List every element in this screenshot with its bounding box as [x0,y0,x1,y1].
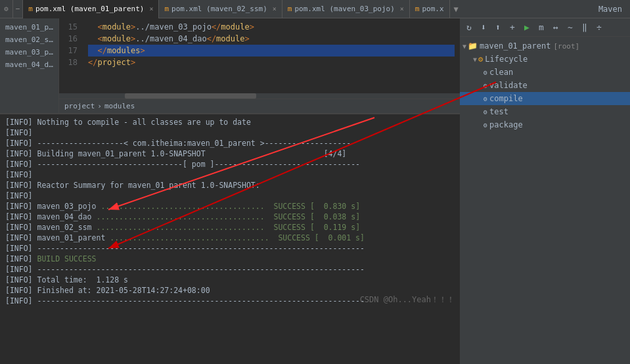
console-line-6: [INFO] [5,170,455,180]
console-line-12: [INFO] maven_01_parent .................… [5,233,455,243]
tab-pom-pojo[interactable]: m pom.xml (maven_03_pojo) × [282,0,410,18]
line-num-17: 17 [64,45,78,57]
console-line-2: [INFO] [5,127,455,138]
tree-clean-gear-icon: ⚙ [484,69,487,76]
breadcrumb-part-2: modules [104,102,135,110]
tab-label-4: pom.x [422,5,443,13]
tree-compile-gear-icon: ⚙ [484,95,487,102]
console-line-13: [INFO] ---------------------------------… [5,243,455,254]
code-line-16: <module>../maven_04_dao</module> [88,33,455,45]
breadcrumb-sep: › [97,102,102,110]
tab-overflow[interactable]: ▼ [450,5,462,14]
editor-split: maven_01_pare maven_02_ssm maven_03_pojo… [0,18,460,364]
console-panel: [INFO] Nothing to compile - all classes … [0,114,460,364]
tree-folder-root-icon: 📁 [468,41,478,51]
tab-close-3[interactable]: × [400,5,404,12]
console-line-3: [INFO] -------------------< com.itheima:… [5,138,455,148]
maven-add-btn[interactable]: + [506,21,519,34]
tab-close-1[interactable]: × [149,5,153,12]
console-line-15: [INFO] ---------------------------------… [5,264,455,275]
console-line-14: [INFO] BUILD SUCCESS [5,254,455,264]
tree-validate-gear-icon: ⚙ [484,82,487,89]
console-output: [INFO] Nothing to compile - all classes … [0,114,460,309]
tree-validate-item[interactable]: ⚙ validate [460,79,630,92]
code-line-15: <module>../maven_03_pojo</module> [88,21,455,33]
tab-pom-parent[interactable]: m pom.xml (maven_01_parent) × [23,0,159,18]
console-line-8: [INFO] [5,191,455,201]
maven-panel-label: Maven [591,5,630,14]
main-layout: maven_01_pare maven_02_ssm maven_03_pojo… [0,18,630,364]
tab-icon-2: m [164,5,169,13]
maven-tree: ▼ 📁 maven_01_parent [root] ▼ ⚙ Lifecycle… [460,37,630,364]
console-line-1: [INFO] Nothing to compile - all classes … [5,117,455,127]
maven-download-sources-btn[interactable]: ⬇ [477,21,490,34]
tree-root-tag: [root] [553,42,579,51]
code-lines[interactable]: <module>../maven_03_pojo</module> <modul… [83,21,460,91]
h-scrollbar[interactable] [59,93,460,99]
maven-toolbar: ↻ ⬇ ⬆ + ▶ m ↔ ~ ‖ ÷ [460,18,630,37]
tab-settings-icon[interactable]: ⚙ [0,0,13,18]
maven-divide-btn[interactable]: ÷ [593,21,606,34]
maven-parallel-btn[interactable]: ‖ [578,21,591,34]
console-line-9: [INFO] maven_03_pojo ...................… [5,201,455,212]
tab-icon-4: m [415,5,420,13]
line-num-15: 15 [64,21,78,33]
console-line-4: [INFO] Building maven_01_parent 1.0-SNAP… [5,148,455,159]
console-line-11: [INFO] maven_02_ssm ....................… [5,222,455,233]
maven-tilde-btn[interactable]: ~ [564,21,577,34]
file-list: maven_01_pare maven_02_ssm maven_03_pojo… [0,18,59,113]
tree-lifecycle-item[interactable]: ▼ ⚙ Lifecycle [460,53,630,66]
maven-upload-btn[interactable]: ⬆ [491,21,505,34]
tree-test-gear-icon: ⚙ [484,108,487,116]
code-line-17: </modules> [88,45,455,57]
tab-close-2[interactable]: × [273,5,277,12]
console-line-7: [INFO] Reactor Summary for maven_01_pare… [5,180,455,191]
tab-icon-3: m [288,5,292,13]
console-line-5: [INFO] --------------------------------[… [5,159,455,170]
file-item-parent[interactable]: maven_01_pare [0,21,58,34]
tab-bar: ⚙ − m pom.xml (maven_01_parent) × m pom.… [0,0,630,18]
file-item-ssm[interactable]: maven_02_ssm [0,34,58,46]
tree-test-item[interactable]: ⚙ test [460,105,630,118]
tab-label-2: pom.xml (maven_02_ssm) [171,5,267,13]
line-num-16: 16 [64,33,78,45]
tree-root-label: maven_01_parent [480,41,551,51]
tree-clean-label: clean [489,68,513,77]
maven-m-btn[interactable]: m [535,21,548,34]
tree-lifecycle-folder-icon: ⚙ [478,55,483,64]
code-line-18: </project> [88,57,455,68]
maven-panel: ↻ ⬇ ⬆ + ▶ m ↔ ~ ‖ ÷ ▼ 📁 maven_01_parent … [460,18,630,364]
tree-lifecycle-label: Lifecycle [485,55,528,64]
tree-compile-label: compile [489,94,523,103]
code-editor: 15 16 17 18 <module>../maven_03_pojo</mo… [59,18,460,113]
tree-package-gear-icon: ⚙ [484,122,487,129]
tree-validate-label: validate [489,81,528,90]
h-scrollbar-thumb [125,93,256,99]
tab-icon-1: m [28,5,33,13]
watermark: CSDN @Oh...Yeah！！！ [360,294,455,305]
tree-root-item[interactable]: ▼ 📁 maven_01_parent [root] [460,39,630,53]
tree-compile-item[interactable]: ⚙ compile [460,92,630,105]
tab-minimize-icon[interactable]: − [13,0,24,18]
tab-pom-ssm[interactable]: m pom.xml (maven_02_ssm) × [159,0,282,18]
maven-run-btn[interactable]: ▶ [520,21,533,34]
breadcrumb: project › modules [59,99,460,113]
tab-label-1: pom.xml (maven_01_parent) [35,5,145,13]
maven-link-btn[interactable]: ↔ [549,21,562,34]
file-item-dao[interactable]: maven_04_dao [0,58,58,71]
tree-root-arrow: ▼ [462,43,466,50]
editor-top: maven_01_pare maven_02_ssm maven_03_pojo… [0,18,460,114]
code-content: 15 16 17 18 <module>../maven_03_pojo</mo… [59,18,460,93]
tree-package-item[interactable]: ⚙ package [460,118,630,131]
tree-clean-item[interactable]: ⚙ clean [460,66,630,79]
console-line-10: [INFO] maven_04_dao ....................… [5,212,455,222]
maven-refresh-btn[interactable]: ↻ [462,21,476,34]
tab-pom-4[interactable]: m pom.x [410,0,450,18]
file-item-pojo[interactable]: maven_03_pojo [0,46,58,58]
breadcrumb-part-1: project [64,102,95,110]
line-numbers: 15 16 17 18 [59,21,83,91]
tree-package-label: package [489,120,523,129]
line-num-18: 18 [64,57,78,68]
tab-label-3: pom.xml (maven_03_pojo) [294,5,394,13]
tree-test-label: test [489,107,508,116]
